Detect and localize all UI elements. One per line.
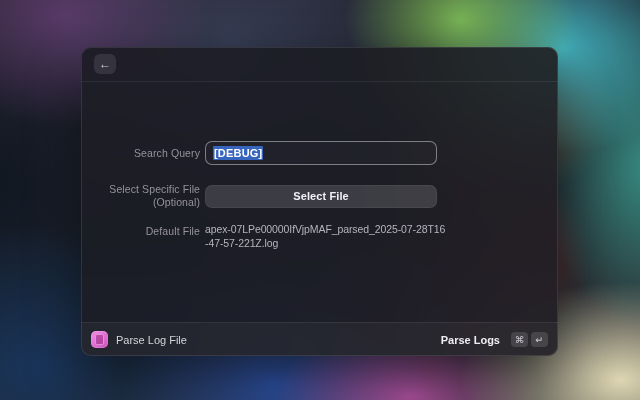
select-file-label-line2: (Optional) [81,196,200,209]
footer-action-bar: Parse Log File Parse Logs ⌘ ↵ [81,322,558,356]
footer-command-title: Parse Log File [116,334,187,346]
search-query-row: Search Query [DEBUG] [81,141,558,165]
default-file-row: Default File apex-07LPe00000IfVjpMAF_par… [81,223,558,250]
form: Search Query [DEBUG] Select Specific Fil… [81,129,558,250]
extension-icon [91,331,108,348]
window-header: ← [81,47,558,82]
back-arrow-icon: ← [99,57,111,71]
default-file-value: apex-07LPe00000IfVjpMAF_parsed_2025-07-2… [205,223,448,250]
parse-logs-action[interactable]: Parse Logs [441,334,500,346]
default-file-label: Default File [81,223,200,238]
select-file-label-line1: Select Specific File [81,183,200,196]
select-file-button[interactable]: Select File [205,185,437,208]
footer-primary-action: Parse Logs ⌘ ↵ [441,332,548,347]
return-key-icon: ↵ [531,332,548,347]
back-button[interactable]: ← [94,54,116,74]
select-file-row: Select Specific File (Optional) Select F… [81,183,558,209]
select-file-label: Select Specific File (Optional) [81,183,200,209]
search-query-value: [DEBUG] [213,146,263,160]
log-document-icon [95,334,104,345]
command-key-icon: ⌘ [511,332,528,347]
search-query-label: Search Query [81,147,200,160]
desktop-background: ← Search Query [DEBUG] Select Specific F… [0,0,640,400]
search-query-input[interactable]: [DEBUG] [205,141,437,165]
parse-log-file-window: ← Search Query [DEBUG] Select Specific F… [81,47,558,356]
